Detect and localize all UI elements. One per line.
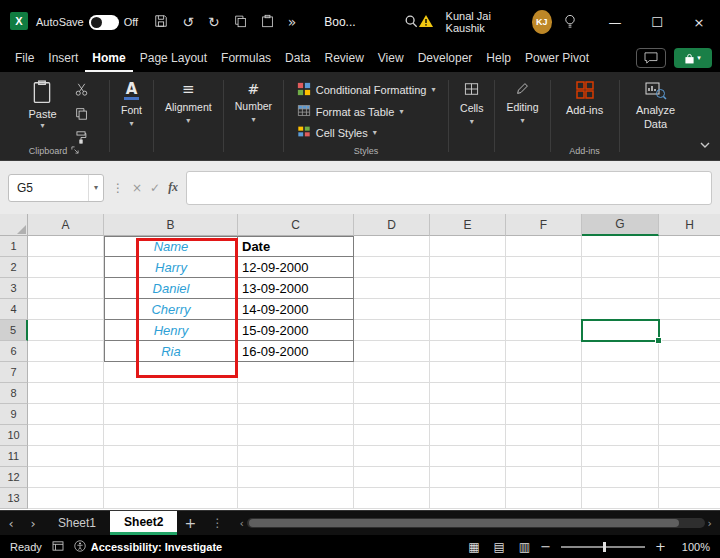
cell[interactable] bbox=[582, 446, 659, 467]
cell[interactable] bbox=[28, 299, 104, 320]
tab-formulas[interactable]: Formulas bbox=[214, 44, 278, 72]
cell[interactable] bbox=[430, 320, 506, 341]
row-header-5[interactable]: 5 bbox=[0, 320, 28, 341]
col-header-F[interactable]: F bbox=[506, 214, 582, 236]
cell[interactable] bbox=[354, 488, 430, 509]
page-layout-view-icon[interactable]: ▤ bbox=[494, 540, 505, 554]
cell[interactable] bbox=[430, 404, 506, 425]
cell-C4[interactable]: 14-09-2000 bbox=[238, 299, 354, 320]
close-button[interactable]: × bbox=[678, 0, 720, 44]
autosave-toggle[interactable] bbox=[89, 15, 119, 30]
cell[interactable] bbox=[506, 278, 582, 299]
cells-group-button[interactable]: Cells ▾ bbox=[452, 72, 491, 160]
cell[interactable] bbox=[354, 320, 430, 341]
formula-input[interactable] bbox=[186, 171, 712, 205]
cell[interactable] bbox=[659, 341, 720, 362]
minimize-button[interactable]: — bbox=[594, 0, 636, 44]
tab-file[interactable]: File bbox=[8, 44, 41, 72]
collapse-ribbon-icon[interactable] bbox=[700, 134, 710, 152]
cell[interactable] bbox=[238, 488, 354, 509]
alignment-group-button[interactable]: ≡ Alignment ▾ bbox=[157, 72, 220, 160]
tab-data[interactable]: Data bbox=[278, 44, 317, 72]
cell[interactable] bbox=[28, 278, 104, 299]
tab-review[interactable]: Review bbox=[317, 44, 370, 72]
cell[interactable] bbox=[430, 299, 506, 320]
maximize-button[interactable]: ☐ bbox=[636, 0, 678, 44]
cell[interactable] bbox=[659, 320, 720, 341]
cell[interactable] bbox=[659, 257, 720, 278]
cell[interactable] bbox=[582, 488, 659, 509]
insert-function-icon[interactable]: fx bbox=[168, 180, 178, 195]
cell-B1[interactable]: Name bbox=[104, 236, 238, 257]
cell[interactable] bbox=[582, 362, 659, 383]
tab-insert[interactable]: Insert bbox=[41, 44, 85, 72]
cell[interactable] bbox=[430, 488, 506, 509]
sheet-tab-sheet1[interactable]: Sheet1 bbox=[44, 511, 110, 535]
cell[interactable] bbox=[506, 488, 582, 509]
row-header-6[interactable]: 6 bbox=[0, 341, 28, 362]
copy-icon[interactable] bbox=[234, 14, 247, 30]
cell[interactable] bbox=[659, 236, 720, 257]
cell[interactable] bbox=[28, 425, 104, 446]
analyze-data-button[interactable]: Analyze Data bbox=[628, 78, 683, 132]
scroll-right-icon[interactable]: › bbox=[708, 517, 712, 530]
row-header-1[interactable]: 1 bbox=[0, 236, 28, 257]
scroll-left-icon[interactable]: ‹ bbox=[239, 517, 243, 530]
redo-icon[interactable]: ↻ bbox=[208, 15, 220, 29]
select-all-corner[interactable] bbox=[0, 214, 28, 236]
cell[interactable] bbox=[354, 383, 430, 404]
warning-icon[interactable] bbox=[418, 14, 434, 30]
cell[interactable] bbox=[354, 362, 430, 383]
cell[interactable] bbox=[354, 446, 430, 467]
cell-B6[interactable]: Ria bbox=[104, 341, 238, 362]
cell[interactable] bbox=[582, 383, 659, 404]
sheet-nav-left-icon[interactable]: ‹ bbox=[0, 511, 22, 535]
cell[interactable] bbox=[506, 320, 582, 341]
conditional-formatting-button[interactable]: Conditional Formatting ▾ bbox=[297, 82, 436, 98]
cell-B2[interactable]: Harry bbox=[104, 257, 238, 278]
cell-C1[interactable]: Date bbox=[238, 236, 354, 257]
col-header-C[interactable]: C bbox=[238, 214, 354, 236]
cell-C6[interactable]: 16-09-2000 bbox=[238, 341, 354, 362]
cell[interactable] bbox=[506, 299, 582, 320]
horizontal-scrollbar[interactable]: ‹ › bbox=[239, 511, 712, 535]
zoom-out-button[interactable]: − bbox=[540, 540, 551, 553]
comments-button[interactable] bbox=[636, 48, 666, 68]
cell[interactable] bbox=[506, 362, 582, 383]
add-sheet-button[interactable]: + bbox=[177, 511, 203, 535]
cell-styles-button[interactable]: Cell Styles ▾ bbox=[297, 125, 377, 140]
cell[interactable] bbox=[506, 446, 582, 467]
cell[interactable] bbox=[582, 257, 659, 278]
cell[interactable] bbox=[430, 467, 506, 488]
cell[interactable] bbox=[506, 383, 582, 404]
cell[interactable] bbox=[582, 467, 659, 488]
row-header-10[interactable]: 10 bbox=[0, 425, 28, 446]
number-group-button[interactable]: # Number ▾ bbox=[227, 72, 280, 160]
cell-B3[interactable]: Daniel bbox=[104, 278, 238, 299]
cancel-icon[interactable]: × bbox=[132, 182, 142, 194]
cell[interactable] bbox=[28, 320, 104, 341]
cell[interactable] bbox=[659, 362, 720, 383]
cell[interactable] bbox=[104, 446, 238, 467]
cell-C5[interactable]: 15-09-2000 bbox=[238, 320, 354, 341]
cell[interactable] bbox=[104, 488, 238, 509]
row-header-4[interactable]: 4 bbox=[0, 299, 28, 320]
cell[interactable] bbox=[28, 404, 104, 425]
paste-button[interactable]: Paste ▾ bbox=[20, 78, 64, 132]
zoom-in-button[interactable]: + bbox=[655, 540, 666, 553]
cell[interactable] bbox=[28, 362, 104, 383]
cell[interactable] bbox=[659, 446, 720, 467]
zoom-slider[interactable] bbox=[561, 546, 645, 548]
cell[interactable] bbox=[430, 236, 506, 257]
ideas-lightbulb-icon[interactable] bbox=[564, 14, 576, 31]
row-header-7[interactable]: 7 bbox=[0, 362, 28, 383]
cell[interactable] bbox=[659, 299, 720, 320]
name-box-dropdown-icon[interactable]: ▾ bbox=[88, 175, 103, 201]
row-header-8[interactable]: 8 bbox=[0, 383, 28, 404]
cell[interactable] bbox=[354, 467, 430, 488]
col-header-H[interactable]: H bbox=[659, 214, 720, 236]
cell[interactable] bbox=[238, 425, 354, 446]
cell[interactable] bbox=[104, 425, 238, 446]
cell[interactable] bbox=[506, 404, 582, 425]
cell[interactable] bbox=[28, 236, 104, 257]
